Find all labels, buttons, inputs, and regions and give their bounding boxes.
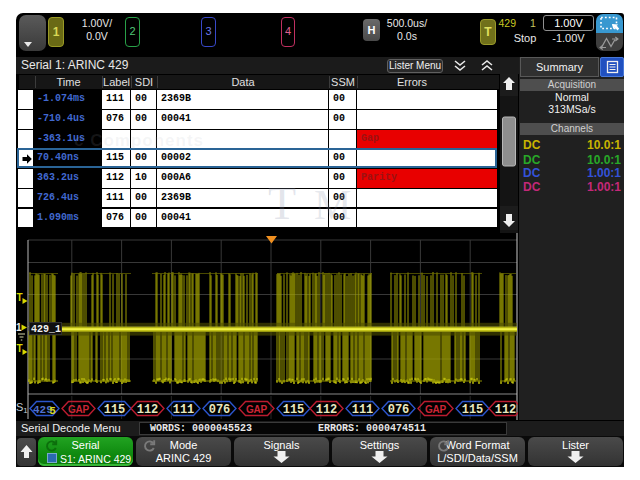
svg-text:GAP: GAP: [425, 404, 447, 415]
svg-text:115: 115: [104, 403, 126, 417]
svg-text:T: T: [17, 343, 23, 354]
svg-text:GAP: GAP: [68, 404, 90, 415]
svg-text:115: 115: [462, 403, 484, 417]
svg-text:115: 115: [283, 403, 305, 417]
svg-text:5: 5: [49, 404, 56, 417]
svg-text:T: T: [17, 292, 23, 303]
svg-text:076: 076: [209, 403, 231, 417]
svg-text:076: 076: [388, 403, 410, 417]
svg-text:111: 111: [173, 403, 195, 417]
svg-text:429_1: 429_1: [31, 324, 61, 335]
svg-text:111: 111: [352, 403, 374, 417]
svg-text:112: 112: [137, 403, 159, 417]
svg-text:1: 1: [16, 322, 22, 333]
svg-text:112: 112: [495, 403, 517, 417]
svg-text:GAP: GAP: [246, 404, 268, 415]
svg-text:112: 112: [316, 403, 338, 417]
